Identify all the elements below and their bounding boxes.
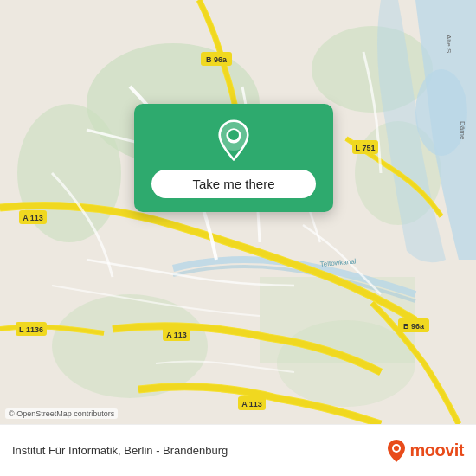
moovit-brand-text: moovit [409,441,464,460]
svg-text:B 96a: B 96a [403,322,425,331]
svg-text:L 751: L 751 [356,144,376,152]
moovit-logo: moovit [386,439,464,463]
svg-text:B 96a: B 96a [206,55,228,64]
moovit-pin-icon [386,439,407,463]
svg-text:A 113: A 113 [166,331,187,339]
svg-text:Alte S: Alte S [445,35,453,53]
map-attribution: © OpenStreetMap contributors [5,408,118,419]
svg-text:A 113: A 113 [241,400,262,408]
location-card[interactable]: Take me there [134,104,333,212]
location-label: Institut Für Informatik, Berlin - Brande… [12,444,228,457]
svg-point-28 [228,130,239,140]
svg-point-7 [277,320,415,407]
map-container: B 96a A 113 A 113 A 113 L 751 L 1136 B 9… [0,0,476,424]
location-pin-icon [213,119,254,161]
svg-text:L 1136: L 1136 [19,325,43,334]
footer: Institut Für Informatik, Berlin - Brande… [0,424,476,476]
svg-text:Däme: Däme [459,121,466,140]
take-me-there-button[interactable]: Take me there [151,170,316,198]
map-background: B 96a A 113 A 113 A 113 L 751 L 1136 B 9… [0,0,476,424]
svg-point-8 [415,69,467,156]
app: B 96a A 113 A 113 A 113 L 751 L 1136 B 9… [0,0,476,476]
svg-text:A 113: A 113 [23,214,43,222]
svg-point-6 [52,294,208,398]
svg-point-30 [394,446,399,451]
